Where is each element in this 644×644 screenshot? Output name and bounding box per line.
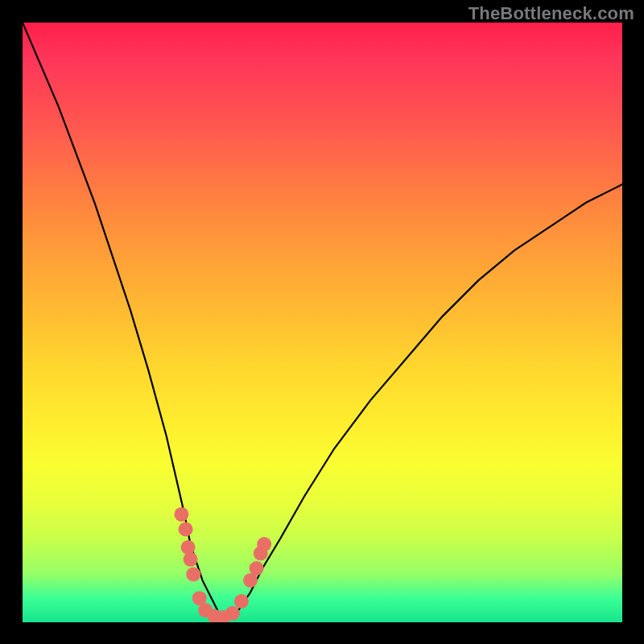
chart-overlay xyxy=(23,23,622,622)
highlight-dot xyxy=(250,561,264,576)
highlight-dot xyxy=(257,537,271,551)
highlight-dot xyxy=(174,507,188,522)
highlight-dot xyxy=(186,567,200,581)
highlight-dots-group xyxy=(174,507,271,622)
highlight-dot xyxy=(181,540,196,555)
highlight-dot xyxy=(184,552,198,567)
highlight-dot xyxy=(179,522,193,537)
watermark-text: TheBottleneck.com xyxy=(469,3,634,24)
bottleneck-curve xyxy=(23,23,622,617)
chart-container: TheBottleneck.com xyxy=(0,0,644,644)
highlight-dot xyxy=(234,594,249,609)
highlight-dot xyxy=(225,606,240,621)
